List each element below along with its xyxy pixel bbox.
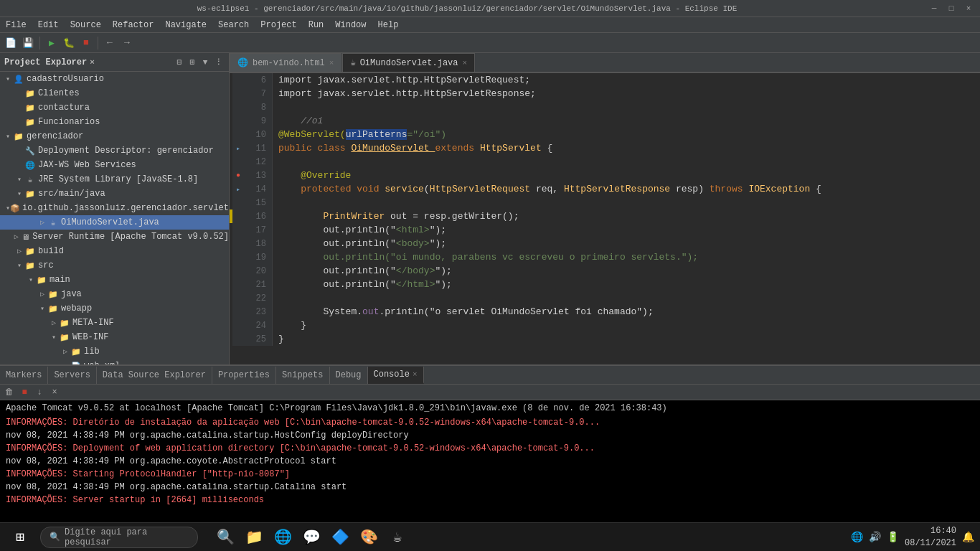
code-token: "); [435,265,451,276]
console-stop-btn[interactable]: ■ [18,386,31,399]
tree-item-12[interactable]: ▷📁build [0,244,229,258]
console-close-tab-btn[interactable]: × [413,370,418,379]
line-content[interactable]: out.println("<html>"); [273,223,980,237]
bottom-tab-debug[interactable]: Debug [330,367,368,384]
tree-item-9[interactable]: ▾📦io.github.jassonluiz.gerenciador.servl… [0,201,229,215]
cortana-icon[interactable]: 🔍 [212,524,238,550]
teams-icon[interactable]: 💬 [298,524,324,550]
debug-button[interactable]: 🐛 [61,35,77,51]
line-content[interactable]: out.println("</html>"); [273,278,980,291]
sidebar-filter-btn[interactable]: ▼ [199,56,212,69]
bottom-tab-properties[interactable]: Properties [212,367,276,384]
tab-close-btn[interactable]: × [329,59,334,67]
minimize-button[interactable]: ─ [928,3,940,14]
photoshop-icon[interactable]: 🎨 [356,524,382,550]
line-content[interactable]: } [273,319,980,332]
tree-item-15[interactable]: ▷📁java [0,287,229,301]
tree-item-14[interactable]: ▾📁main [0,273,229,287]
editor-tab-bem-vindo-html[interactable]: 🌐bem-vindo.html× [230,53,341,72]
line-content[interactable]: import javax.servlet.http.HttpServletRes… [273,87,980,100]
tab-close-btn[interactable]: × [463,59,468,67]
line-content[interactable]: } [273,332,980,346]
line-content[interactable]: System.out.println("o servlet OiMundoSer… [273,305,980,319]
edge-icon[interactable]: 🌐 [270,524,296,550]
network-icon[interactable]: 🌐 [851,531,863,543]
menu-item-search[interactable]: Search [212,17,255,32]
stop-button[interactable]: ■ [78,35,94,51]
store-icon[interactable]: 🔷 [327,524,353,550]
battery-icon[interactable]: 🔋 [887,531,899,543]
clock[interactable]: 16:40 08/11/2021 [905,525,956,550]
tree-item-4[interactable]: ▾📁gerenciador [0,129,229,143]
code-line-22: 22 [230,291,980,305]
line-content[interactable]: @WebServlet(urlPatterns="/oi") [273,128,980,141]
tree-item-11[interactable]: ▷🖥Server Runtime [Apache Tomcat v9.0.52] [0,230,229,244]
sidebar-expand-btn[interactable]: ⊞ [186,56,199,69]
console-clear-btn[interactable]: 🗑 [3,386,16,399]
menu-item-file[interactable]: File [0,17,32,32]
menu-item-window[interactable]: Window [329,17,372,32]
line-content[interactable] [273,155,980,169]
line-content[interactable]: PrintWriter out = resp.getWriter(); [273,209,980,223]
tree-item-7[interactable]: ▾☕JRE System Library [JavaSE-1.8] [0,172,229,187]
line-gutter [232,87,244,100]
new-button[interactable]: 📄 [3,35,19,51]
menu-item-edit[interactable]: Edit [32,17,65,32]
line-content[interactable] [273,100,980,114]
tree-item-6[interactable]: 🌐JAX-WS Web Services [0,158,229,172]
forward-button[interactable]: → [119,35,135,51]
bottom-tab-snippets[interactable]: Snippets [276,367,330,384]
line-content[interactable]: protected void service(HttpServletReques… [273,182,980,196]
console-close-btn[interactable]: × [48,386,61,399]
maximize-button[interactable]: □ [946,3,957,14]
bottom-tab-console[interactable]: Console × [368,367,424,384]
line-content[interactable] [273,291,980,305]
save-button[interactable]: 💾 [20,35,36,51]
menu-item-project[interactable]: Project [255,17,302,32]
bottom-tab-data-source-explorer[interactable]: Data Source Explorer [97,367,212,384]
tree-item-10[interactable]: ▷☕OiMundoServlet.java [0,215,229,230]
bottom-tab-servers[interactable]: Servers [48,367,96,384]
bottom-tab-markers[interactable]: Markers [0,367,48,384]
line-number: 13 [244,169,273,182]
tree-item-2[interactable]: 📁contactura [0,100,229,115]
run-button[interactable]: ▶ [44,35,60,51]
tree-item-20[interactable]: 📄web.xml [0,359,229,364]
line-content[interactable] [273,196,980,209]
tree-item-19[interactable]: ▷📁lib [0,344,229,359]
tree-item-13[interactable]: ▾📁src [0,258,229,273]
close-button[interactable]: × [963,3,974,14]
code-editor[interactable]: 6import javax.servlet.http.HttpServletRe… [230,73,980,364]
console-scroll-btn[interactable]: ↓ [33,386,46,399]
file-explorer-icon[interactable]: 📁 [241,524,267,550]
menu-item-refactor[interactable]: Refactor [107,17,160,32]
tree-item-17[interactable]: ▷📁META-INF [0,316,229,330]
tree-item-3[interactable]: 📁Funcionarios [0,115,229,129]
eclipse-icon[interactable]: ☕ [385,524,410,550]
tree-item-1[interactable]: 📁Clientes [0,86,229,100]
sidebar-collapse-btn[interactable]: ⊟ [173,56,186,69]
back-button[interactable]: ← [102,35,118,51]
sidebar-menu-btn[interactable]: ⋮ [212,56,225,69]
tree-item-16[interactable]: ▾📁webapp [0,301,229,316]
line-content[interactable]: out.println("<body>"); [273,237,980,250]
search-bar[interactable]: 🔍 Digite aqui para pesquisar [40,527,198,548]
menu-item-run[interactable]: Run [303,17,330,32]
tree-item-18[interactable]: ▾📁WEB-INF [0,330,229,344]
menu-item-help[interactable]: Help [372,17,405,32]
tree-item-0[interactable]: ▾👤cadastroUsuario [0,72,229,86]
line-content[interactable]: out.println("oi mundo, parabens vc escre… [273,250,980,264]
menu-item-navigate[interactable]: Navigate [159,17,212,32]
line-content[interactable]: @Override [273,169,980,182]
line-content[interactable]: //oi [273,114,980,128]
volume-icon[interactable]: 🔊 [869,531,881,543]
line-content[interactable]: out.println("</body>"); [273,264,980,278]
line-content[interactable]: import javax.servlet.http.HttpServletReq… [273,73,980,87]
notifications-icon[interactable]: 🔔 [962,531,974,543]
tree-item-5[interactable]: 🔧Deployment Descriptor: gerenciador [0,143,229,158]
menu-item-source[interactable]: Source [65,17,107,32]
start-button[interactable]: ⊞ [6,523,34,552]
tree-item-8[interactable]: ▾📁src/main/java [0,187,229,201]
editor-tab-OiMundoServlet-java[interactable]: ☕OiMundoServlet.java× [342,53,475,72]
line-content[interactable]: public class OiMundoServlet extends Http… [273,141,980,155]
